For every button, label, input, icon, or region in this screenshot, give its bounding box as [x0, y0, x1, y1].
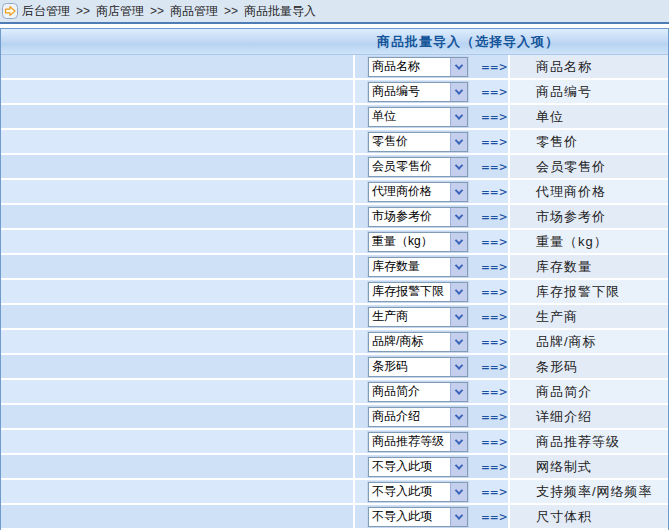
import-field-select[interactable]: 会员零售价: [368, 157, 468, 177]
row-left-spacer: [1, 180, 355, 205]
row-source-cell: 零售价 ==>: [355, 130, 510, 155]
chevron-down-icon[interactable]: [450, 183, 467, 201]
maps-to-arrow: ==>: [482, 134, 508, 149]
import-mapping-row: 会员零售价 ==> 会员零售价: [1, 155, 668, 180]
chevron-down-icon[interactable]: [450, 433, 467, 451]
row-target-cell: 生产商: [510, 305, 668, 330]
row-left-spacer: [1, 130, 355, 155]
row-source-cell: 商品介绍 ==>: [355, 405, 510, 430]
import-mapping-row: 条形码 ==> 条形码: [1, 355, 668, 380]
target-field-label: 品牌/商标: [510, 333, 597, 351]
import-mapping-row: 代理商价格 ==> 代理商价格: [1, 180, 668, 205]
import-field-select[interactable]: 商品介绍: [368, 407, 468, 427]
chevron-down-icon[interactable]: [450, 358, 467, 376]
import-field-select[interactable]: 库存报警下限: [368, 282, 468, 302]
chevron-down-icon[interactable]: [450, 58, 467, 76]
maps-to-arrow: ==>: [482, 484, 508, 499]
maps-to-arrow: ==>: [482, 384, 508, 399]
import-field-select[interactable]: 不导入此项: [368, 507, 468, 527]
import-field-select[interactable]: 单位: [368, 107, 468, 127]
chevron-down-icon[interactable]: [450, 283, 467, 301]
import-field-select[interactable]: 条形码: [368, 357, 468, 377]
chevron-down-icon[interactable]: [450, 483, 467, 501]
select-selected-value: 生产商: [369, 308, 450, 325]
panel-title: 商品批量导入（选择导入项）: [1, 29, 668, 55]
import-field-select[interactable]: 库存数量: [368, 257, 468, 277]
row-left-spacer: [1, 480, 355, 505]
chevron-down-icon[interactable]: [450, 158, 467, 176]
import-field-select[interactable]: 零售价: [368, 132, 468, 152]
row-target-cell: 零售价: [510, 130, 668, 155]
row-source-cell: 库存报警下限 ==>: [355, 280, 510, 305]
target-field-label: 代理商价格: [510, 183, 606, 201]
row-source-cell: 商品推荐等级 ==>: [355, 430, 510, 455]
import-field-select[interactable]: 品牌/商标: [368, 332, 468, 352]
import-field-select[interactable]: 商品简介: [368, 382, 468, 402]
maps-to-arrow: ==>: [482, 59, 508, 74]
import-field-select[interactable]: 商品推荐等级: [368, 432, 468, 452]
target-field-label: 生产商: [510, 308, 578, 326]
import-mapping-row: 商品名称 ==> 商品名称: [1, 55, 668, 80]
import-mapping-row: 库存报警下限 ==> 库存报警下限: [1, 280, 668, 305]
import-field-select[interactable]: 不导入此项: [368, 482, 468, 502]
chevron-down-icon[interactable]: [450, 458, 467, 476]
row-source-cell: 会员零售价 ==>: [355, 155, 510, 180]
chevron-down-icon[interactable]: [450, 133, 467, 151]
select-selected-value: 代理商价格: [369, 183, 450, 200]
target-field-label: 支持频率/网络频率: [510, 483, 653, 501]
row-source-cell: 商品名称 ==>: [355, 55, 510, 80]
import-field-select[interactable]: 代理商价格: [368, 182, 468, 202]
import-mapping-row: 不导入此项 ==> 尺寸体积: [1, 505, 668, 530]
target-field-label: 条形码: [510, 358, 578, 376]
breadcrumb-item[interactable]: 商店管理: [96, 4, 144, 18]
import-field-select[interactable]: 市场参考价: [368, 207, 468, 227]
import-field-select[interactable]: 商品编号: [368, 82, 468, 102]
chevron-down-icon[interactable]: [450, 408, 467, 426]
import-mapping-row: 库存数量 ==> 库存数量: [1, 255, 668, 280]
target-field-label: 库存报警下限: [510, 283, 620, 301]
row-left-spacer: [1, 305, 355, 330]
row-target-cell: 会员零售价: [510, 155, 668, 180]
breadcrumb-item[interactable]: 后台管理: [22, 4, 70, 18]
select-selected-value: 市场参考价: [369, 208, 450, 225]
maps-to-arrow: ==>: [482, 434, 508, 449]
chevron-down-icon[interactable]: [450, 333, 467, 351]
row-source-cell: 市场参考价 ==>: [355, 205, 510, 230]
maps-to-arrow: ==>: [482, 409, 508, 424]
select-selected-value: 零售价: [369, 133, 450, 150]
select-selected-value: 库存报警下限: [369, 283, 450, 300]
row-left-spacer: [1, 230, 355, 255]
import-mapping-row: 市场参考价 ==> 市场参考价: [1, 205, 668, 230]
row-left-spacer: [1, 505, 355, 530]
maps-to-arrow: ==>: [482, 334, 508, 349]
import-mapping-row: 商品介绍 ==> 详细介绍: [1, 405, 668, 430]
chevron-down-icon[interactable]: [450, 208, 467, 226]
row-left-spacer: [1, 255, 355, 280]
select-selected-value: 条形码: [369, 358, 450, 375]
import-field-select[interactable]: 重量（kg）: [368, 232, 468, 252]
chevron-down-icon[interactable]: [450, 308, 467, 326]
chevron-down-icon[interactable]: [450, 383, 467, 401]
breadcrumb-item[interactable]: 商品管理: [170, 4, 218, 18]
row-left-spacer: [1, 455, 355, 480]
chevron-down-icon[interactable]: [450, 83, 467, 101]
row-left-spacer: [1, 205, 355, 230]
chevron-down-icon[interactable]: [450, 233, 467, 251]
import-mapping-row: 重量（kg） ==> 重量（kg）: [1, 230, 668, 255]
import-field-select[interactable]: 商品名称: [368, 57, 468, 77]
import-mapping-row: 商品简介 ==> 商品简介: [1, 380, 668, 405]
row-target-cell: 商品推荐等级: [510, 430, 668, 455]
chevron-down-icon[interactable]: [450, 508, 467, 526]
breadcrumb-separator: >>: [76, 4, 90, 18]
select-selected-value: 商品简介: [369, 383, 450, 400]
select-selected-value: 单位: [369, 108, 450, 125]
select-selected-value: 库存数量: [369, 258, 450, 275]
import-field-select[interactable]: 不导入此项: [368, 457, 468, 477]
import-mapping-row: 商品推荐等级 ==> 商品推荐等级: [1, 430, 668, 455]
import-field-select[interactable]: 生产商: [368, 307, 468, 327]
row-target-cell: 库存报警下限: [510, 280, 668, 305]
chevron-down-icon[interactable]: [450, 258, 467, 276]
breadcrumb-item[interactable]: 商品批量导入: [244, 4, 316, 18]
import-mapping-row: 零售价 ==> 零售价: [1, 130, 668, 155]
chevron-down-icon[interactable]: [450, 108, 467, 126]
